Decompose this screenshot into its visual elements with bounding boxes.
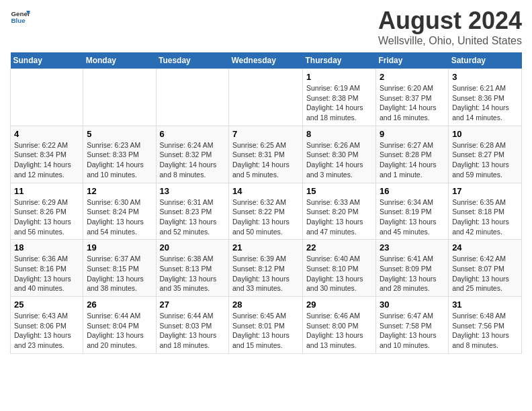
day-info: Sunrise: 6:44 AM Sunset: 8:04 PM Dayligh… <box>87 311 152 351</box>
day-number: 31 <box>452 300 518 310</box>
calendar-cell: 10Sunrise: 6:28 AM Sunset: 8:27 PM Dayli… <box>449 126 522 183</box>
calendar-cell <box>156 69 229 126</box>
calendar-week-row: 25Sunrise: 6:43 AM Sunset: 8:06 PM Dayli… <box>11 297 522 354</box>
calendar-cell: 6Sunrise: 6:24 AM Sunset: 8:32 PM Daylig… <box>156 126 229 183</box>
day-number: 11 <box>14 186 79 196</box>
calendar-cell: 31Sunrise: 6:48 AM Sunset: 7:56 PM Dayli… <box>449 297 522 354</box>
day-info: Sunrise: 6:22 AM Sunset: 8:34 PM Dayligh… <box>14 140 79 180</box>
day-header-sunday: Sunday <box>11 52 83 69</box>
calendar-cell: 13Sunrise: 6:31 AM Sunset: 8:23 PM Dayli… <box>156 183 229 240</box>
day-info: Sunrise: 6:20 AM Sunset: 8:37 PM Dayligh… <box>380 83 445 123</box>
day-info: Sunrise: 6:47 AM Sunset: 7:58 PM Dayligh… <box>380 311 445 351</box>
day-number: 25 <box>14 300 79 310</box>
logo-icon: General Blue <box>10 7 30 27</box>
day-info: Sunrise: 6:28 AM Sunset: 8:27 PM Dayligh… <box>452 140 518 180</box>
day-header-wednesday: Wednesday <box>229 52 303 69</box>
calendar-cell: 3Sunrise: 6:21 AM Sunset: 8:36 PM Daylig… <box>449 69 522 126</box>
day-info: Sunrise: 6:24 AM Sunset: 8:32 PM Dayligh… <box>160 140 226 180</box>
calendar-cell: 5Sunrise: 6:23 AM Sunset: 8:33 PM Daylig… <box>83 126 156 183</box>
day-info: Sunrise: 6:40 AM Sunset: 8:10 PM Dayligh… <box>306 254 372 293</box>
calendar-cell: 16Sunrise: 6:34 AM Sunset: 8:19 PM Dayli… <box>375 183 448 240</box>
day-info: Sunrise: 6:34 AM Sunset: 8:19 PM Dayligh… <box>380 197 445 237</box>
day-info: Sunrise: 6:21 AM Sunset: 8:36 PM Dayligh… <box>452 83 518 123</box>
day-number: 7 <box>232 129 299 139</box>
calendar-cell: 1Sunrise: 6:19 AM Sunset: 8:38 PM Daylig… <box>302 69 375 126</box>
day-number: 2 <box>380 72 445 82</box>
day-info: Sunrise: 6:26 AM Sunset: 8:30 PM Dayligh… <box>306 140 372 180</box>
calendar-cell: 7Sunrise: 6:25 AM Sunset: 8:31 PM Daylig… <box>229 126 303 183</box>
day-header-monday: Monday <box>83 52 156 69</box>
day-header-tuesday: Tuesday <box>156 52 229 69</box>
day-info: Sunrise: 6:25 AM Sunset: 8:31 PM Dayligh… <box>232 140 299 180</box>
day-number: 15 <box>306 186 372 196</box>
day-number: 18 <box>14 242 79 253</box>
day-info: Sunrise: 6:36 AM Sunset: 8:16 PM Dayligh… <box>14 254 79 293</box>
calendar-header-row: SundayMondayTuesdayWednesdayThursdayFrid… <box>11 52 522 69</box>
day-number: 28 <box>232 300 299 310</box>
day-info: Sunrise: 6:19 AM Sunset: 8:38 PM Dayligh… <box>306 83 372 123</box>
day-number: 30 <box>380 300 445 310</box>
calendar-cell: 14Sunrise: 6:32 AM Sunset: 8:22 PM Dayli… <box>229 183 303 240</box>
calendar-week-row: 4Sunrise: 6:22 AM Sunset: 8:34 PM Daylig… <box>11 126 522 183</box>
page-container: General Blue August 2024 Wellsville, Ohi… <box>0 0 532 361</box>
calendar-cell: 15Sunrise: 6:33 AM Sunset: 8:20 PM Dayli… <box>302 183 375 240</box>
day-info: Sunrise: 6:23 AM Sunset: 8:33 PM Dayligh… <box>87 140 152 180</box>
calendar-cell: 12Sunrise: 6:30 AM Sunset: 8:24 PM Dayli… <box>83 183 156 240</box>
day-number: 19 <box>87 242 152 253</box>
calendar-cell: 30Sunrise: 6:47 AM Sunset: 7:58 PM Dayli… <box>375 297 448 354</box>
day-number: 4 <box>14 129 79 139</box>
day-number: 8 <box>306 129 372 139</box>
day-number: 16 <box>380 186 445 196</box>
calendar-cell <box>11 69 83 126</box>
calendar-cell: 22Sunrise: 6:40 AM Sunset: 8:10 PM Dayli… <box>302 240 375 297</box>
day-number: 13 <box>160 186 226 196</box>
calendar-cell: 19Sunrise: 6:37 AM Sunset: 8:15 PM Dayli… <box>83 240 156 297</box>
calendar-cell: 11Sunrise: 6:29 AM Sunset: 8:26 PM Dayli… <box>11 183 83 240</box>
calendar-week-row: 18Sunrise: 6:36 AM Sunset: 8:16 PM Dayli… <box>11 240 522 297</box>
day-number: 27 <box>160 300 226 310</box>
day-number: 5 <box>87 129 152 139</box>
day-info: Sunrise: 6:27 AM Sunset: 8:28 PM Dayligh… <box>380 140 445 180</box>
day-info: Sunrise: 6:32 AM Sunset: 8:22 PM Dayligh… <box>232 197 299 237</box>
calendar-cell: 17Sunrise: 6:35 AM Sunset: 8:18 PM Dayli… <box>449 183 522 240</box>
header: General Blue August 2024 Wellsville, Ohi… <box>10 7 522 47</box>
calendar-cell: 25Sunrise: 6:43 AM Sunset: 8:06 PM Dayli… <box>11 297 83 354</box>
day-number: 12 <box>87 186 152 196</box>
day-info: Sunrise: 6:39 AM Sunset: 8:12 PM Dayligh… <box>232 254 299 293</box>
day-number: 22 <box>306 242 372 253</box>
day-info: Sunrise: 6:45 AM Sunset: 8:01 PM Dayligh… <box>232 311 299 351</box>
calendar-cell <box>83 69 156 126</box>
calendar-cell: 23Sunrise: 6:41 AM Sunset: 8:09 PM Dayli… <box>375 240 448 297</box>
day-info: Sunrise: 6:38 AM Sunset: 8:13 PM Dayligh… <box>160 254 226 293</box>
day-number: 9 <box>380 129 445 139</box>
calendar-cell: 28Sunrise: 6:45 AM Sunset: 8:01 PM Dayli… <box>229 297 303 354</box>
logo: General Blue <box>10 7 30 27</box>
page-title: August 2024 <box>378 7 522 35</box>
day-number: 3 <box>452 72 518 82</box>
calendar-cell: 27Sunrise: 6:44 AM Sunset: 8:03 PM Dayli… <box>156 297 229 354</box>
day-number: 17 <box>452 186 518 196</box>
calendar-cell: 2Sunrise: 6:20 AM Sunset: 8:37 PM Daylig… <box>375 69 448 126</box>
day-info: Sunrise: 6:29 AM Sunset: 8:26 PM Dayligh… <box>14 197 79 237</box>
day-number: 23 <box>380 242 445 253</box>
calendar-week-row: 11Sunrise: 6:29 AM Sunset: 8:26 PM Dayli… <box>11 183 522 240</box>
calendar-week-row: 1Sunrise: 6:19 AM Sunset: 8:38 PM Daylig… <box>11 69 522 126</box>
day-info: Sunrise: 6:31 AM Sunset: 8:23 PM Dayligh… <box>160 197 226 237</box>
day-number: 21 <box>232 242 299 253</box>
day-info: Sunrise: 6:41 AM Sunset: 8:09 PM Dayligh… <box>380 254 445 293</box>
calendar-cell: 8Sunrise: 6:26 AM Sunset: 8:30 PM Daylig… <box>302 126 375 183</box>
calendar-cell: 9Sunrise: 6:27 AM Sunset: 8:28 PM Daylig… <box>375 126 448 183</box>
calendar-table: SundayMondayTuesdayWednesdayThursdayFrid… <box>10 52 522 354</box>
day-number: 1 <box>306 72 372 82</box>
day-info: Sunrise: 6:43 AM Sunset: 8:06 PM Dayligh… <box>14 311 79 351</box>
day-info: Sunrise: 6:44 AM Sunset: 8:03 PM Dayligh… <box>160 311 226 351</box>
day-info: Sunrise: 6:30 AM Sunset: 8:24 PM Dayligh… <box>87 197 152 237</box>
day-info: Sunrise: 6:48 AM Sunset: 7:56 PM Dayligh… <box>452 311 518 351</box>
day-number: 29 <box>306 300 372 310</box>
calendar-cell: 4Sunrise: 6:22 AM Sunset: 8:34 PM Daylig… <box>11 126 83 183</box>
calendar-cell: 21Sunrise: 6:39 AM Sunset: 8:12 PM Dayli… <box>229 240 303 297</box>
day-header-friday: Friday <box>375 52 448 69</box>
day-header-thursday: Thursday <box>302 52 375 69</box>
day-header-saturday: Saturday <box>449 52 522 69</box>
calendar-cell: 18Sunrise: 6:36 AM Sunset: 8:16 PM Dayli… <box>11 240 83 297</box>
